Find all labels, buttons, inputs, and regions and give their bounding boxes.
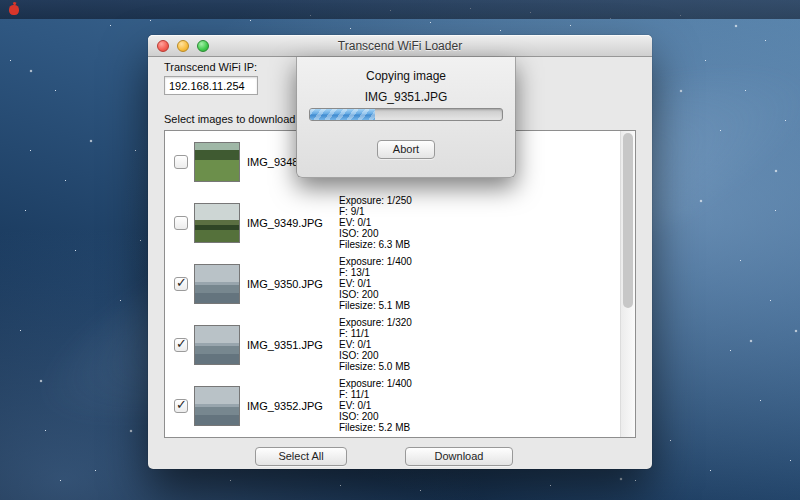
image-checkbox[interactable] xyxy=(174,277,188,291)
minimize-button[interactable] xyxy=(177,40,189,52)
photo-thumbnail xyxy=(194,203,240,243)
scrollbar-track[interactable] xyxy=(620,131,635,437)
download-button[interactable]: Download xyxy=(405,447,513,466)
filename-label: IMG_9352.JPG xyxy=(247,400,335,412)
window-titlebar[interactable]: Transcend WiFi Loader xyxy=(148,35,652,57)
filename-label: IMG_9350.JPG xyxy=(247,278,335,290)
zoom-button[interactable] xyxy=(197,40,209,52)
photo-thumbnail xyxy=(194,264,240,304)
menu-bar xyxy=(0,0,800,19)
filename-label: IMG_9349.JPG xyxy=(247,217,335,229)
list-item: IMG_9351.JPG Exposure: 1/320 F: 11/1 EV:… xyxy=(165,314,620,375)
progress-bar xyxy=(309,108,503,121)
abort-button[interactable]: Abort xyxy=(377,140,435,159)
close-button[interactable] xyxy=(157,40,169,52)
wifi-ip-label: Transcend WiFi IP: xyxy=(164,61,257,73)
list-item: IMG_9352.JPG Exposure: 1/400 F: 11/1 EV:… xyxy=(165,375,620,436)
app-window: Transcend WiFi Loader Transcend WiFi IP:… xyxy=(148,35,652,469)
exif-details: Exposure: 1/400 F: 13/1 EV: 0/1 ISO: 200… xyxy=(339,256,412,311)
image-checkbox[interactable] xyxy=(174,338,188,352)
exif-details: Exposure: 1/250 F: 9/1 EV: 0/1 ISO: 200 … xyxy=(339,195,412,250)
exif-details: Exposure: 1/400 F: 11/1 EV: 0/1 ISO: 200… xyxy=(339,378,412,433)
window-title: Transcend WiFi Loader xyxy=(148,35,652,57)
exif-details: Exposure: 1/320 F: 11/1 EV: 0/1 ISO: 200… xyxy=(339,317,412,372)
filename-label: IMG_9351.JPG xyxy=(247,339,335,351)
image-checkbox[interactable] xyxy=(174,216,188,230)
copy-progress-dialog: Copying image IMG_9351.JPG Abort xyxy=(296,57,516,178)
desktop: Transcend WiFi Loader Transcend WiFi IP:… xyxy=(0,0,800,500)
list-item: IMG_9350.JPG Exposure: 1/400 F: 13/1 EV:… xyxy=(165,253,620,314)
dialog-title: Copying image xyxy=(297,69,515,83)
apple-menu-icon[interactable] xyxy=(9,5,19,15)
dialog-filename: IMG_9351.JPG xyxy=(297,90,515,104)
photo-thumbnail xyxy=(194,386,240,426)
photo-thumbnail xyxy=(194,142,240,182)
list-item: IMG_9349.JPG Exposure: 1/250 F: 9/1 EV: … xyxy=(165,192,620,253)
select-images-label: Select images to download: xyxy=(164,113,299,125)
image-checkbox[interactable] xyxy=(174,399,188,413)
wifi-ip-input[interactable] xyxy=(164,76,258,95)
image-checkbox[interactable] xyxy=(174,155,188,169)
photo-thumbnail xyxy=(194,325,240,365)
select-all-button[interactable]: Select All xyxy=(255,447,347,466)
progress-bar-fill xyxy=(310,109,375,120)
scrollbar-thumb[interactable] xyxy=(623,133,633,308)
